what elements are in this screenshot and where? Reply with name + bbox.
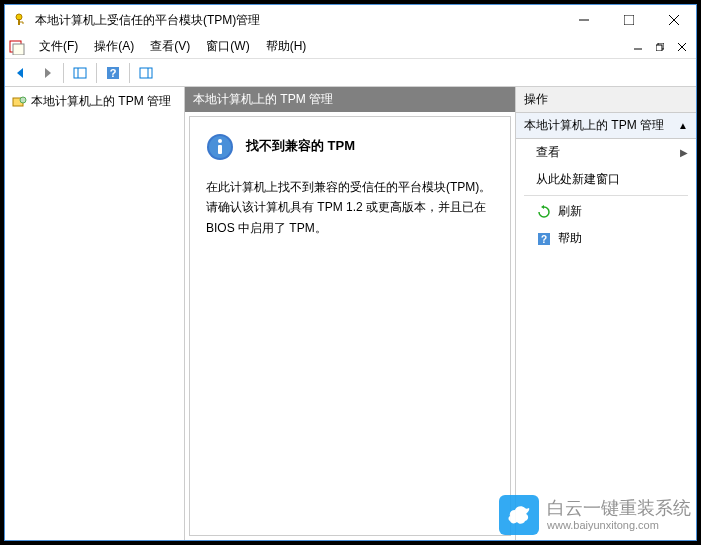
- details-header: 本地计算机上的 TPM 管理: [185, 87, 515, 112]
- action-separator: [524, 195, 688, 196]
- action-label: 查看: [536, 144, 560, 161]
- menu-help[interactable]: 帮助(H): [258, 36, 315, 57]
- watermark-brand: 白云一键重装系统: [547, 499, 691, 519]
- help-icon: ?: [536, 231, 552, 247]
- window-title: 本地计算机上受信任的平台模块(TPM)管理: [35, 12, 561, 29]
- message-row: 找不到兼容的 TPM: [206, 133, 494, 161]
- svg-point-23: [218, 139, 222, 143]
- action-view[interactable]: 查看 ▶: [516, 139, 696, 166]
- action-label: 帮助: [558, 230, 582, 247]
- svg-point-20: [20, 97, 26, 103]
- tree-root-item[interactable]: 本地计算机上的 TPM 管理: [7, 91, 182, 112]
- toolbar: ?: [5, 59, 696, 87]
- action-help[interactable]: ? 帮助: [516, 225, 696, 252]
- details-body: 找不到兼容的 TPM 在此计算机上找不到兼容的受信任的平台模块(TPM)。请确认…: [189, 116, 511, 536]
- svg-rect-3: [624, 15, 634, 25]
- watermark-logo-icon: [499, 495, 539, 535]
- refresh-icon: [536, 204, 552, 220]
- svg-rect-1: [18, 19, 20, 25]
- submenu-arrow-icon: ▶: [680, 147, 688, 158]
- titlebar: 本地计算机上受信任的平台模块(TPM)管理: [5, 5, 696, 35]
- action-new-window[interactable]: 从此处新建窗口: [516, 166, 696, 193]
- actions-pane: 操作 本地计算机上的 TPM 管理 ▲ 查看 ▶ 从此处新建窗口 刷新: [516, 87, 696, 540]
- maximize-button[interactable]: [606, 5, 651, 35]
- info-icon: [206, 133, 234, 161]
- watermark: 白云一键重装系统 www.baiyunxitong.com: [499, 495, 691, 535]
- toolbar-separator: [129, 63, 130, 83]
- minimize-button[interactable]: [561, 5, 606, 35]
- message-body: 在此计算机上找不到兼容的受信任的平台模块(TPM)。请确认该计算机具有 TPM …: [206, 177, 494, 238]
- svg-rect-7: [13, 44, 24, 55]
- mdi-controls: [628, 39, 692, 55]
- mdi-close-button[interactable]: [672, 39, 692, 55]
- menu-window[interactable]: 窗口(W): [198, 36, 257, 57]
- action-label: 刷新: [558, 203, 582, 220]
- details-pane: 本地计算机上的 TPM 管理 找不到兼容的 TPM 在此计算机上找不到兼容的受信…: [185, 87, 516, 540]
- menu-file[interactable]: 文件(F): [31, 36, 86, 57]
- toolbar-separator: [96, 63, 97, 83]
- watermark-text-block: 白云一键重装系统 www.baiyunxitong.com: [547, 499, 691, 531]
- actions-section-header[interactable]: 本地计算机上的 TPM 管理 ▲: [516, 113, 696, 139]
- toolbar-separator: [63, 63, 64, 83]
- collapse-arrow-icon: ▲: [678, 120, 688, 131]
- svg-rect-13: [74, 68, 86, 78]
- svg-text:?: ?: [110, 67, 117, 79]
- content-area: 本地计算机上的 TPM 管理 本地计算机上的 TPM 管理 找不到兼容的 TPM…: [5, 87, 696, 540]
- svg-rect-24: [218, 145, 222, 154]
- actions-header: 操作: [516, 87, 696, 113]
- mdi-minimize-button[interactable]: [628, 39, 648, 55]
- tpm-icon: [11, 94, 27, 110]
- app-window: 本地计算机上受信任的平台模块(TPM)管理 文件(F) 操作(A) 查看(V) …: [4, 4, 697, 541]
- forward-button[interactable]: [35, 61, 59, 85]
- action-label: 从此处新建窗口: [536, 171, 620, 188]
- back-button[interactable]: [9, 61, 33, 85]
- console-tree[interactable]: 本地计算机上的 TPM 管理: [5, 87, 185, 540]
- svg-text:?: ?: [541, 234, 547, 245]
- actions-section-label: 本地计算机上的 TPM 管理: [524, 117, 664, 134]
- mdi-restore-button[interactable]: [650, 39, 670, 55]
- action-refresh[interactable]: 刷新: [516, 198, 696, 225]
- menu-action[interactable]: 操作(A): [86, 36, 142, 57]
- svg-rect-10: [656, 45, 662, 51]
- show-hide-tree-button[interactable]: [68, 61, 92, 85]
- help-button[interactable]: ?: [101, 61, 125, 85]
- mmc-icon: [9, 39, 25, 55]
- app-icon: [13, 12, 29, 28]
- window-controls: [561, 5, 696, 35]
- tree-root-label: 本地计算机上的 TPM 管理: [31, 93, 171, 110]
- menu-view[interactable]: 查看(V): [142, 36, 198, 57]
- message-heading: 找不到兼容的 TPM: [246, 133, 355, 155]
- menubar: 文件(F) 操作(A) 查看(V) 窗口(W) 帮助(H): [5, 35, 696, 59]
- watermark-url: www.baiyunxitong.com: [547, 519, 691, 531]
- close-button[interactable]: [651, 5, 696, 35]
- svg-rect-17: [140, 68, 152, 78]
- show-hide-action-button[interactable]: [134, 61, 158, 85]
